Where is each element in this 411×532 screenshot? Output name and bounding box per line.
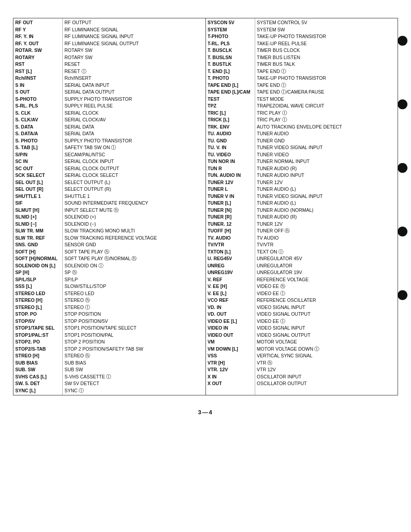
table-row: SERIAL CLOCK <box>64 110 204 117</box>
page-number: 3—4 <box>9 409 402 416</box>
table-row: VIDEO EE ⓛ <box>257 290 396 297</box>
table-row: SYSTEM <box>208 26 253 34</box>
table-row: STEREO [L] <box>15 304 60 311</box>
table-row: V. EE [H] <box>208 283 253 290</box>
table-row: REFERENCE OSCILLATER <box>257 297 396 304</box>
table-row: VIDEO SIGNAL INPUT <box>257 304 396 311</box>
table-row: TUNER OFF ⓗ <box>257 227 396 235</box>
table-row: SLNID [+] <box>15 214 60 221</box>
table-row: STOP POSITION/5V <box>64 318 204 325</box>
table-row: T. BUSLSN <box>208 54 253 61</box>
table-row: VIDEO OUT <box>208 332 253 339</box>
table-row: TUNER AUDIO (NORMAL) <box>257 207 396 214</box>
table-row: STEREO ⓛ <box>64 304 204 311</box>
table-row: SUB. SW <box>15 366 60 373</box>
table-row: SSS [L] <box>15 283 60 290</box>
table-row: RF. Y. OUT <box>15 40 60 47</box>
table-row: S-RL. PLS <box>15 103 60 110</box>
table-row: VTR 12V <box>257 366 396 373</box>
table-row: SYNC [L] <box>15 387 60 395</box>
table-row: SOFT TAPE PLAY ⓗ <box>64 249 204 256</box>
table-row: SERIAL DATA OUTPUT <box>64 89 204 96</box>
page-markers <box>398 36 407 300</box>
table-row: TUNER AUDIO (L) <box>257 200 396 207</box>
table-row: TIMER BUS CLOCK <box>257 47 396 54</box>
table-row: V. EE [L] <box>208 290 253 297</box>
col-group-2: SYSCON 5VSYSTEMT-PHOTOT-RL. PLST. BUSCLK… <box>206 18 398 395</box>
page: RF OUTRF YRF. Y. INRF. Y. OUTROTAR. SWRO… <box>0 0 411 532</box>
table-row: T. BUSTLK <box>208 61 253 68</box>
table-row: TV/VTR <box>208 241 253 249</box>
table-row: VCO REF <box>208 297 253 304</box>
table-row: SENSOR GND <box>64 241 204 249</box>
table-row: TEXT ON ⓛ <box>257 249 396 256</box>
col2-full: SYSTEM CONTROL 5VSYSTEM SWTAKE-UP PHOTO … <box>255 18 398 395</box>
table-row: TAPE END [L]/CAM <box>208 89 253 96</box>
table-row: T. BUSCLK <box>208 47 253 54</box>
table-row: TUN NOR IN <box>208 158 253 165</box>
table-row: TV. AUDIO <box>208 235 253 242</box>
page-marker-5 <box>398 290 407 300</box>
table-row: VIDEO EE [L] <box>208 318 253 325</box>
table-row: TUNER [R] <box>208 214 253 221</box>
table-row: TUNER AUDIO (R) <box>257 165 396 172</box>
main-table: RF OUTRF YRF. Y. INRF. Y. OUTROTAR. SWRO… <box>13 18 398 395</box>
table-row: RF OUTPUT <box>64 19 204 26</box>
table-row: UNREG19V <box>208 269 253 276</box>
table-row: VERTICAL SYNC SIGNAL <box>257 352 396 360</box>
table-row: SEL OUT [L] <box>15 179 60 186</box>
table-row: TIMER BUS LISTEN <box>257 54 396 61</box>
table-row: SUPPLY PHOTO TRANSISTOR <box>64 137 204 145</box>
table-row: VIDEO SIGNAL INPUT <box>257 325 396 332</box>
table-row: SP/LP <box>64 276 204 283</box>
table-row: SERIAL DATA INPUT <box>64 82 204 89</box>
table-row: STOP2. PO <box>15 339 60 346</box>
table-row: STOP 2 POSITION/SAFETY TAB SW <box>64 346 204 353</box>
table-row: Rch/INSERT <box>64 75 204 82</box>
col1-full: RF OUTPUTRF LUMINANCE SIGNALRF LUMINANCE… <box>63 18 206 395</box>
table-row: SUB SW <box>64 366 204 373</box>
table-row: TUNER VIDEO SIGNAL INPUT <box>257 193 396 200</box>
table-row: ROTARY SW <box>64 47 204 54</box>
table-row: RST <box>15 61 60 68</box>
table-row: TUNER [L] <box>208 200 253 207</box>
table-row: TUNER VIDEO SIGNAL INPUT <box>257 144 396 151</box>
table-row: TUNER 12V <box>257 221 396 228</box>
table-row: SUB BIAS <box>64 360 204 367</box>
table-row: ROTARY <box>15 54 60 61</box>
table-row: TU. AUDIO <box>208 130 253 137</box>
table-row: SLW TR. REF <box>15 235 60 242</box>
table-row: RF. Y. IN <box>15 33 60 40</box>
table-row: SHUTTLE 1 <box>64 193 204 200</box>
table-row: TUN. AUDIO IN <box>208 172 253 179</box>
table-row: TAPE END ⓛ <box>257 82 396 89</box>
table-row: S. DATA/A <box>15 130 60 137</box>
table-row: S. DATA <box>15 124 60 131</box>
table-row: VD. OUT <box>208 311 253 318</box>
table-row: SUPPLY PHOTO TRANSISTOR <box>64 96 204 103</box>
table-row: INPUT SELECT MUTE ⓗ <box>64 207 204 214</box>
table-row: S OUT <box>15 89 60 96</box>
table-row: STOP/5V <box>15 318 60 325</box>
table-row: TPZ <box>208 103 253 110</box>
table-row: SLNID [−] <box>15 221 60 228</box>
table-row: SOLENOID ON ⓛ <box>64 262 204 270</box>
table-row: SW. 5. DET <box>15 380 60 387</box>
table-row: TRAPEZOIDAL WAVE CIRCUIT <box>257 103 396 110</box>
table-row: V. REF <box>208 276 253 283</box>
table-row: SOLENOID ON [L] <box>15 262 60 270</box>
table-row: TUOFF [H] <box>208 227 253 235</box>
table-row: T-PHOTO <box>208 33 253 40</box>
table-row: RF Y <box>15 26 60 34</box>
table-row: SOLENOID (+) <box>64 214 204 221</box>
table-row: STEREO ⓗ <box>64 352 204 360</box>
table-row: X IN <box>208 373 253 381</box>
page-marker-2 <box>398 99 407 109</box>
table-row: STREO [H] <box>15 352 60 360</box>
table-row: TUNER. 12 <box>208 221 253 228</box>
table-row: SP/L/SLP <box>15 276 60 283</box>
table-row: S-VHS CASSETTE ⓛ <box>64 373 204 381</box>
table-row: SVHS CAS [L] <box>15 373 60 381</box>
table-row: TU. GND <box>208 137 253 145</box>
table-row: STOP1 POSITION/PAL <box>64 332 204 339</box>
